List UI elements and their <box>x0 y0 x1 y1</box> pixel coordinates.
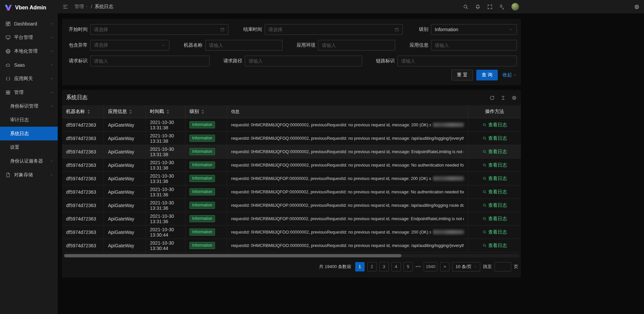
breadcrumb-section[interactable]: 管理 <box>74 4 89 10</box>
sidebar-item-saas[interactable]: Saas <box>0 58 58 72</box>
cell-level: Information <box>185 118 227 131</box>
sidebar-item-settings[interactable]: 设置 <box>0 140 58 154</box>
sidebar-item-label: Dashboard <box>14 21 50 26</box>
sidebar-item-management[interactable]: 管理 <box>0 85 58 99</box>
page-button-1[interactable]: 1 <box>355 262 365 271</box>
view-log-button[interactable]: 查看日志 <box>482 135 507 141</box>
column-header-machine[interactable]: 机器名称 <box>62 105 104 118</box>
view-log-button[interactable]: 查看日志 <box>482 216 507 222</box>
app-info-field[interactable] <box>431 40 517 51</box>
column-height-icon[interactable] <box>500 95 506 101</box>
settings-gear-icon[interactable] <box>512 95 517 101</box>
cell-actions: 查看日志 <box>468 145 521 158</box>
collapse-toggle[interactable]: 收起 <box>502 72 517 78</box>
pagination-ellipsis[interactable]: ••• <box>416 262 421 271</box>
chevron-down-icon <box>50 104 54 108</box>
sidebar-item-dashboard[interactable]: Dashboard <box>0 17 58 30</box>
view-log-button[interactable]: 查看日志 <box>482 122 507 128</box>
sidebar-item-object-storage[interactable]: 对象存储 <box>0 168 58 182</box>
environment-field[interactable] <box>318 40 395 51</box>
sidebar-item-label: 本地化管理 <box>14 48 50 54</box>
request-path-input[interactable] <box>249 58 359 64</box>
start-time-input[interactable] <box>94 27 217 32</box>
machine-name-input[interactable] <box>209 43 279 48</box>
sidebar-item-audit-logs[interactable]: 审计日志 <box>0 113 58 127</box>
sidebar-item-auth-server[interactable]: 身份认证服务器 <box>0 154 58 168</box>
cell-machine: df5974d72363 <box>62 185 104 198</box>
sidebar-item-localization[interactable]: 本地化管理 <box>0 44 58 58</box>
bell-icon[interactable] <box>475 4 481 10</box>
page-button-3[interactable]: 3 <box>379 262 389 271</box>
saas-icon <box>5 62 11 68</box>
column-header-level[interactable]: 级别 <box>185 105 227 118</box>
page-button-4[interactable]: 4 <box>391 262 401 271</box>
cell-timestamp: 2021-10-30 13:31:38 <box>146 159 185 172</box>
cell-message: requestId: 0HMCRBM8JQFOQ:00000002, previ… <box>227 145 468 158</box>
sidebar-item-gateway[interactable]: 应用网关 <box>0 72 58 85</box>
app-info-input[interactable] <box>435 43 513 48</box>
chevron-down-icon <box>50 36 54 40</box>
app-logo[interactable]: Vben Admin <box>0 0 58 15</box>
request-path-field[interactable] <box>245 56 362 66</box>
chevron-down-icon <box>50 49 54 53</box>
cell-actions: 查看日志 <box>468 185 521 198</box>
chevron-down-icon <box>50 22 54 26</box>
view-log-button[interactable]: 查看日志 <box>482 243 507 249</box>
query-button[interactable]: 查 询 <box>476 70 498 80</box>
page-button-last[interactable]: 1940 <box>424 262 437 271</box>
view-log-button[interactable]: 查看日志 <box>482 176 507 182</box>
sidebar-item-platform[interactable]: 平台管理 <box>0 30 58 44</box>
level-select[interactable]: Information <box>431 24 517 35</box>
menu-fold-icon[interactable] <box>62 4 68 10</box>
view-log-button[interactable]: 查看日志 <box>482 189 507 195</box>
cell-timestamp: 2021-10-30 13:31:36 <box>146 185 185 198</box>
cell-machine: df5974d72363 <box>62 172 104 185</box>
refresh-icon[interactable] <box>489 95 495 101</box>
trace-id-input[interactable] <box>401 58 513 64</box>
level-select-value: Information <box>435 27 506 32</box>
cell-message: requestId: 0HMCRBM8JQFOQ:00000002, previ… <box>227 159 468 172</box>
user-avatar[interactable] <box>511 3 519 11</box>
breadcrumb-separator: / <box>91 4 92 9</box>
settings-gear-icon[interactable] <box>634 4 640 10</box>
translate-icon[interactable]: 文 A <box>499 4 505 10</box>
column-header-message: 信息 <box>227 105 468 118</box>
column-header-app[interactable]: 应用信息 <box>104 105 146 118</box>
page-button-2[interactable]: 2 <box>367 262 377 271</box>
end-time-picker[interactable] <box>265 24 403 35</box>
fullscreen-icon[interactable] <box>487 4 493 10</box>
panel-title: 系统日志 <box>66 94 88 101</box>
sidebar: Vben Admin Dashboard 平台管理 本地化管理 <box>0 0 58 314</box>
jump-page-input[interactable] <box>494 262 511 271</box>
field-label: 链路标识 <box>373 58 395 64</box>
sidebar-item-identity-management[interactable]: 身份标识管理 <box>0 99 58 113</box>
machine-name-field[interactable] <box>205 40 282 51</box>
view-log-button[interactable]: 查看日志 <box>482 229 507 235</box>
environment-input[interactable] <box>322 43 391 48</box>
view-log-button[interactable]: 查看日志 <box>482 149 507 155</box>
field-label: 包含异常 <box>66 42 88 48</box>
magnifier-icon <box>482 243 487 248</box>
search-icon[interactable] <box>463 4 469 10</box>
page-size-select[interactable]: 10 条/页 <box>452 262 480 271</box>
cell-message: requestId: 0HMCRBM8JQFOP:00000002, previ… <box>227 212 468 225</box>
table-row: df5974d72363 ApiGateWay 2021-10-30 13:31… <box>62 118 521 132</box>
start-time-picker[interactable] <box>90 24 228 35</box>
sort-carets-icon <box>201 109 204 114</box>
view-log-button[interactable]: 查看日志 <box>482 162 507 168</box>
column-header-timestamp[interactable]: 时间戳 <box>146 105 185 118</box>
next-page-button[interactable]: > <box>440 262 449 271</box>
level-tag: Information <box>190 175 215 182</box>
chevron-up-icon <box>50 90 54 95</box>
page-button-5[interactable]: 5 <box>404 262 413 271</box>
reset-button[interactable]: 重 置 <box>451 70 473 80</box>
sidebar-item-label: 设置 <box>10 144 54 150</box>
sidebar-item-system-logs[interactable]: 系统日志 <box>0 127 58 140</box>
end-time-input[interactable] <box>268 27 392 32</box>
request-id-input[interactable] <box>94 58 206 64</box>
request-id-field[interactable] <box>90 56 210 66</box>
exception-select[interactable]: 请选择 <box>90 40 169 51</box>
horizontal-scrollbar-thumb[interactable] <box>64 254 401 257</box>
view-log-button[interactable]: 查看日志 <box>482 202 507 208</box>
trace-id-field[interactable] <box>397 56 517 66</box>
